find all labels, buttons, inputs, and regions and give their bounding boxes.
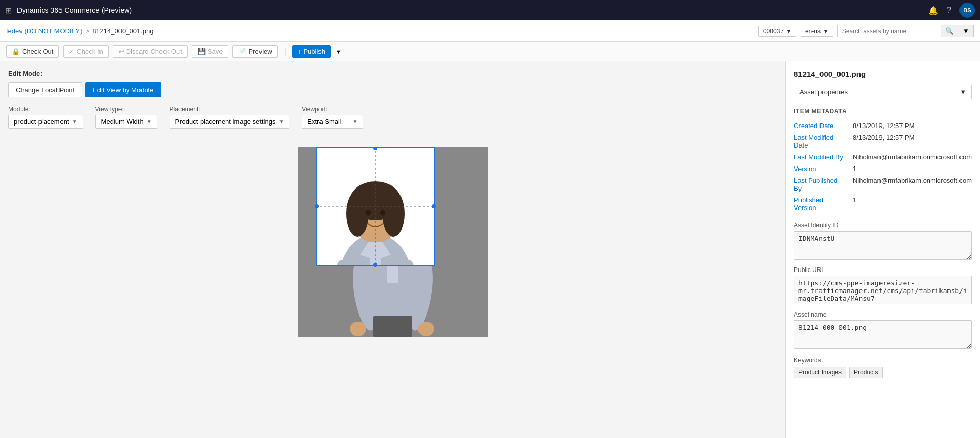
edit-mode-label: Edit Mode:	[8, 70, 777, 77]
placement-label: Placement:	[170, 106, 290, 113]
grid-icon[interactable]: ⊞	[5, 6, 12, 15]
help-icon[interactable]: ?	[947, 6, 951, 15]
right-panel: 81214_000_001.png Asset properties ▼ ITE…	[785, 61, 980, 438]
main-layout: Edit Mode: Change Focal Point Edit View …	[0, 61, 980, 438]
asset-identity-label: Asset Identity ID	[794, 222, 972, 229]
save-button[interactable]: 💾 Save	[192, 45, 229, 58]
viewport-control: Viewport: Extra Small ▼	[302, 106, 363, 129]
table-row: Last Modified Date8/13/2019, 12:57 PM	[794, 132, 972, 151]
svg-point-18	[346, 191, 369, 237]
breadcrumb: fedev (DO NOT MODIFY) > 81214_000_001.pn…	[6, 27, 153, 35]
module-dropdown[interactable]: product-placement ▼	[8, 115, 83, 129]
upload-icon: ↑	[298, 48, 302, 55]
meta-value: 8/13/2019, 12:57 PM	[853, 120, 972, 132]
viewport-label: Viewport:	[302, 106, 363, 113]
breadcrumb-bar: fedev (DO NOT MODIFY) > 81214_000_001.pn…	[0, 20, 980, 42]
public-url-label: Public URL	[794, 266, 972, 274]
chevron-down-icon: ▼	[147, 119, 152, 124]
module-label: Module:	[8, 106, 83, 113]
viewport-dropdown[interactable]: Extra Small ▼	[302, 115, 363, 129]
svg-point-21	[380, 210, 385, 216]
keywords-section: Keywords Product ImagesProducts	[794, 357, 972, 378]
public-url-field[interactable]: https://cms-ppe-imageresizer-mr.trafficm…	[794, 276, 972, 304]
edit-view-by-module-button[interactable]: Edit View by Module	[85, 82, 161, 97]
checkin-button[interactable]: ✓ Check In	[63, 45, 108, 58]
svg-point-11	[350, 322, 366, 336]
breadcrumb-right: 000037 ▼ en-us ▼ 🔍 ▼	[758, 25, 974, 37]
meta-value: Niholman@rmfabrikam.onmicrosoft.com	[853, 175, 972, 194]
keywords-label: Keywords	[794, 357, 972, 364]
meta-label: Last Modified Date	[794, 132, 853, 151]
table-row: Published Version1	[794, 194, 972, 214]
breadcrumb-link[interactable]: fedev (DO NOT MODIFY)	[6, 27, 83, 35]
breadcrumb-current: 81214_000_001.png	[92, 27, 153, 35]
tenant-selector[interactable]: 000037 ▼	[758, 26, 796, 37]
image-container[interactable]	[298, 147, 488, 337]
bell-icon[interactable]: 🔔	[928, 6, 938, 15]
discard-icon: ↩	[118, 48, 124, 55]
preview-icon: 📄	[238, 48, 246, 55]
controls-row: Module: product-placement ▼ View type: M…	[8, 106, 777, 129]
locale-selector[interactable]: en-us ▼	[801, 26, 833, 37]
edit-mode-buttons: Change Focal Point Edit View by Module	[8, 82, 777, 97]
crop-preview	[316, 147, 435, 266]
table-row: Version1	[794, 163, 972, 175]
avatar[interactable]: BS	[959, 3, 975, 18]
lock-icon: 🔒	[12, 48, 20, 55]
viewtype-dropdown[interactable]: Medium Width ▼	[95, 115, 157, 129]
topbar-icons: 🔔 ? BS	[928, 3, 975, 18]
search-input[interactable]	[838, 26, 941, 37]
search-dropdown-button[interactable]: ▼	[958, 25, 973, 37]
viewtype-control: View type: Medium Width ▼	[95, 106, 157, 129]
asset-identity-field[interactable]: IDNMAnstU	[794, 231, 972, 260]
search-button[interactable]: 🔍	[941, 25, 958, 37]
svg-point-19	[382, 191, 405, 237]
meta-value: 1	[853, 194, 972, 214]
asset-name-field[interactable]: 81214_000_001.png	[794, 320, 972, 349]
toolbar-separator: |	[284, 47, 286, 56]
svg-rect-13	[373, 316, 412, 337]
meta-label: Last Published By	[794, 175, 853, 194]
keyword-tag[interactable]: Products	[849, 367, 883, 378]
save-icon: 💾	[197, 48, 206, 55]
discard-button[interactable]: ↩ Discard Check Out	[113, 45, 188, 58]
chevron-down-icon: ▼	[959, 88, 966, 96]
table-row: Created Date8/13/2019, 12:57 PM	[794, 120, 972, 132]
publish-button[interactable]: ↑ Publish	[292, 45, 331, 58]
checkout-button[interactable]: 🔒 Check Out	[6, 45, 59, 58]
checkin-icon: ✓	[69, 48, 74, 55]
item-metadata-section-title: ITEM METADATA	[794, 108, 972, 115]
placement-dropdown[interactable]: Product placement image settings ▼	[170, 115, 290, 129]
right-panel-filename: 81214_000_001.png	[794, 70, 972, 78]
chevron-down-icon: ▼	[352, 119, 357, 124]
chevron-down-icon: ▼	[72, 119, 77, 124]
preview-button[interactable]: 📄 Preview	[232, 45, 277, 58]
publish-dropdown-button[interactable]: ▼	[335, 49, 343, 55]
table-row: Last Published ByNiholman@rmfabrikam.onm…	[794, 175, 972, 194]
search-box: 🔍 ▼	[837, 25, 974, 37]
asset-props-dropdown[interactable]: Asset properties ▼	[794, 85, 972, 99]
keyword-tags: Product ImagesProducts	[794, 367, 972, 378]
placement-control: Placement: Product placement image setti…	[170, 106, 290, 129]
edit-area: Edit Mode: Change Focal Point Edit View …	[0, 61, 785, 438]
meta-value: Niholman@rmfabrikam.onmicrosoft.com	[853, 151, 972, 163]
meta-label: Published Version	[794, 194, 853, 214]
change-focal-point-button[interactable]: Change Focal Point	[8, 82, 82, 97]
meta-value: 1	[853, 163, 972, 175]
image-canvas	[8, 137, 777, 347]
module-control: Module: product-placement ▼	[8, 106, 83, 129]
meta-label: Last Modified By	[794, 151, 853, 163]
keyword-tag[interactable]: Product Images	[794, 367, 846, 378]
meta-label: Version	[794, 163, 853, 175]
topbar: ⊞ Dynamics 365 Commerce (Preview) 🔔 ? BS	[0, 0, 980, 20]
asset-name-label: Asset name	[794, 311, 972, 318]
table-row: Last Modified ByNiholman@rmfabrikam.onmi…	[794, 151, 972, 163]
app-title: Dynamics 365 Commerce (Preview)	[17, 6, 923, 14]
toolbar: 🔒 Check Out ✓ Check In ↩ Discard Check O…	[0, 42, 980, 61]
viewtype-label: View type:	[95, 106, 157, 113]
meta-label: Created Date	[794, 120, 853, 132]
meta-value: 8/13/2019, 12:57 PM	[853, 132, 972, 151]
breadcrumb-separator: >	[86, 27, 90, 35]
svg-point-12	[418, 322, 434, 336]
svg-point-20	[366, 210, 371, 216]
